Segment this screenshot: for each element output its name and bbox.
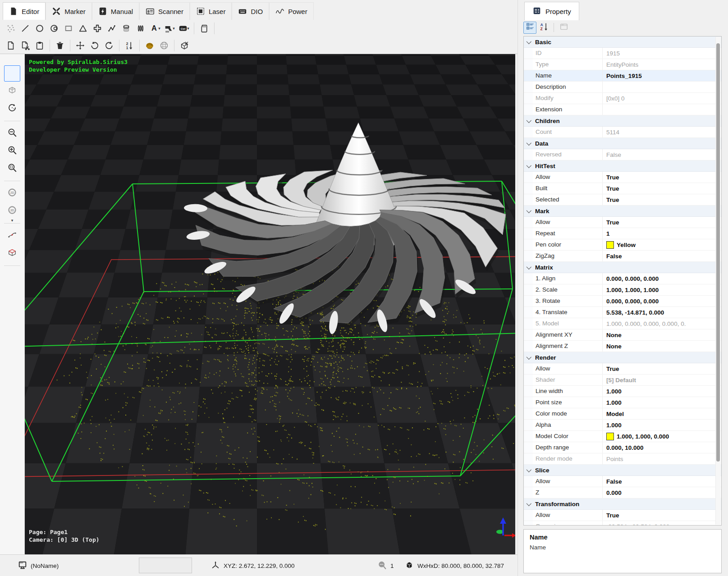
move-button[interactable] (73, 38, 87, 53)
paste-button[interactable] (32, 38, 47, 53)
zoom-in-button[interactable] (4, 143, 20, 159)
tab-property[interactable]: Property (524, 2, 579, 20)
property-row[interactable]: Z0.000 (524, 487, 721, 498)
cut-button[interactable] (18, 38, 32, 53)
property-value[interactable]: 1.000 (603, 422, 721, 429)
property-value[interactable]: 1.000 (603, 399, 721, 406)
tab-marker[interactable]: Marker (46, 2, 92, 20)
view-3d-button[interactable]: 3D▾ (4, 203, 20, 219)
property-value[interactable]: Model (603, 411, 721, 417)
property-value[interactable]: 5114 (603, 129, 721, 136)
color-swatch[interactable] (606, 433, 614, 440)
property-row[interactable]: Modify[0x0] 0 (524, 93, 721, 104)
property-value[interactable]: False (603, 478, 721, 485)
sort-alphabetical-button[interactable]: AZ (537, 22, 550, 34)
property-value[interactable]: 5.538, -14.871, 0.000 (603, 309, 721, 316)
cross-tool[interactable] (90, 21, 105, 36)
property-row[interactable]: AllowTrue (524, 172, 721, 183)
rotate-cw-button[interactable] (102, 38, 116, 53)
property-row[interactable]: Depth range0.000, 10.000 (524, 442, 721, 453)
property-row[interactable]: Point size1.000 (524, 397, 721, 408)
tab-dio[interactable]: DIO (232, 2, 269, 20)
property-row[interactable]: Shader[5] Default (524, 375, 721, 386)
property-row[interactable]: Extension (524, 104, 721, 115)
property-value[interactable]: True (603, 197, 721, 203)
rotate-ccw-button[interactable] (87, 38, 102, 53)
helix-tool[interactable] (133, 21, 148, 36)
property-value[interactable]: Points (603, 456, 721, 462)
circle-tool[interactable] (32, 21, 47, 36)
property-value[interactable]: True (603, 512, 721, 519)
property-row[interactable]: 2. Scale1.000, 1.000, 1.000 (524, 284, 721, 296)
property-row[interactable]: ZigZagFalse (524, 251, 721, 262)
property-value[interactable]: 1.000, 0.000, 0.000, 0.000, 0. (603, 320, 721, 327)
property-row[interactable]: AllowTrue (524, 510, 721, 521)
slice-preview-button[interactable] (4, 245, 20, 261)
path-preview-button[interactable] (4, 228, 20, 244)
tab-manual[interactable]: Manual (92, 2, 139, 20)
property-category-slice[interactable]: Slice (524, 465, 721, 476)
fill-spiral-button[interactable] (142, 38, 157, 53)
property-value[interactable]: 1915 (603, 50, 721, 57)
property-row[interactable]: ReversedFalse (524, 149, 721, 160)
property-value[interactable]: True (603, 366, 721, 372)
points-tool[interactable] (4, 21, 18, 36)
property-value[interactable]: Points_1915 (603, 73, 721, 79)
mark-order-button[interactable]: 21 (122, 38, 137, 53)
barcode-tool[interactable]: ▾ (162, 21, 177, 36)
triangle-tool[interactable] (76, 21, 90, 36)
property-category-basic[interactable]: Basic (524, 37, 721, 48)
rectangle-tool[interactable] (61, 21, 76, 36)
property-value[interactable]: None (603, 343, 721, 350)
property-row[interactable]: Model Color1.000, 1.000, 0.000 (524, 431, 721, 442)
property-value[interactable]: 0.000 (603, 489, 721, 496)
property-value[interactable]: 1.000, 1.000, 1.000 (603, 287, 721, 293)
property-row[interactable]: 4. Translate5.538, -14.871, 0.000 (524, 307, 721, 318)
property-row[interactable]: AllowFalse (524, 476, 721, 487)
view-orbit-toggle[interactable] (4, 101, 20, 117)
property-category-transformation[interactable]: Transformation (524, 498, 721, 510)
spiral-tool[interactable] (119, 21, 133, 36)
property-value[interactable]: Yellow (603, 241, 721, 249)
property-row[interactable]: ID1915 (524, 48, 721, 59)
view-grid-toggle[interactable] (4, 65, 20, 82)
property-category-render[interactable]: Render (524, 352, 721, 363)
text-tool[interactable]: A▾ (148, 21, 162, 36)
property-row[interactable]: AllowTrue (524, 363, 721, 375)
control-tool[interactable]: Ctrl▾ (177, 21, 191, 36)
property-value[interactable]: 0.000, 0.000, 0.000 (603, 298, 721, 305)
view-categorized-button[interactable] (523, 22, 536, 34)
view-2d-button[interactable]: 2D (4, 185, 20, 201)
property-category-data[interactable]: Data (524, 138, 721, 149)
property-row[interactable]: 5. Model1.000, 0.000, 0.000, 0.000, 0. (524, 318, 721, 329)
property-value[interactable]: [5] Default (603, 377, 721, 384)
property-value[interactable]: -39.524, -39.524, 0.388 (603, 523, 721, 526)
property-value[interactable]: [0x0] 0 (603, 95, 721, 102)
property-row[interactable]: Alignment XYNone (524, 329, 721, 341)
property-category-hittest[interactable]: HitTest (524, 160, 721, 172)
line-tool[interactable] (18, 21, 32, 36)
property-row[interactable]: Alignment ZNone (524, 341, 721, 352)
property-row[interactable]: Description (524, 82, 721, 93)
viewport-canvas[interactable] (25, 54, 515, 554)
property-row[interactable]: 3. Rotate0.000, 0.000, 0.000 (524, 296, 721, 307)
property-row[interactable]: BuiltTrue (524, 183, 721, 194)
property-value[interactable]: 1 (603, 230, 721, 237)
property-row[interactable]: Render modePoints (524, 453, 721, 465)
property-row[interactable]: Org. min-39.524, -39.524, 0.388 (524, 521, 721, 526)
tab-editor[interactable]: Editor (3, 2, 46, 20)
zoom-out-button[interactable] (4, 125, 20, 142)
tab-power[interactable]: Power (269, 2, 314, 20)
property-value[interactable]: False (603, 151, 721, 158)
property-value[interactable]: True (603, 185, 721, 192)
zoom-fit-button[interactable] (4, 160, 20, 177)
fill-mesh-button[interactable] (157, 38, 171, 53)
property-row[interactable]: Pen colorYellow (524, 239, 721, 251)
property-scrollbar[interactable] (715, 37, 721, 525)
property-value[interactable]: True (603, 219, 721, 226)
arc-tool[interactable] (47, 21, 61, 36)
property-row[interactable]: Color modeModel (524, 408, 721, 420)
property-row[interactable]: 1. Align0.000, 0.000, 0.000 (524, 273, 721, 284)
property-value[interactable]: None (603, 332, 721, 338)
color-swatch[interactable] (606, 241, 614, 249)
